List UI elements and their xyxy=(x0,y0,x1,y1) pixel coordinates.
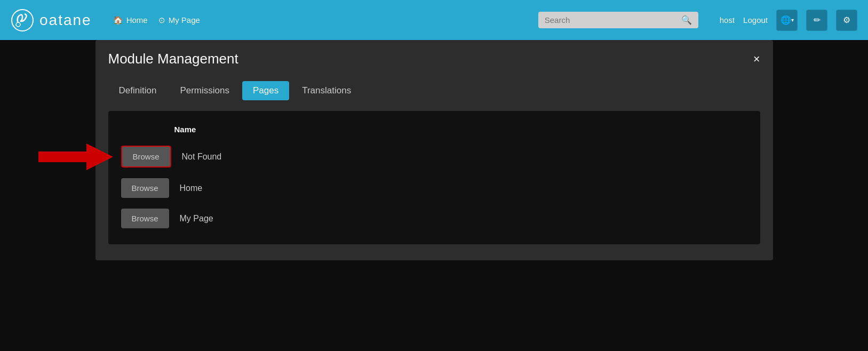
navbar: oatane 🏠 Home ⊙ My Page 🔍 host Logout 🌐 … xyxy=(0,0,868,40)
gear-icon: ⚙ xyxy=(843,15,850,25)
home-icon: 🏠 xyxy=(113,15,123,25)
logout-link[interactable]: Logout xyxy=(743,15,768,25)
pages-table: Name Browse Not Found Browse Home xyxy=(108,111,760,244)
globe-button[interactable]: 🌐 ▾ xyxy=(776,10,798,31)
browse-button-home[interactable]: Browse xyxy=(121,178,169,198)
search-input[interactable] xyxy=(545,15,677,25)
svg-point-1 xyxy=(16,22,20,27)
browse-button-mypage[interactable]: Browse xyxy=(121,209,169,228)
modal-header: Module Management × xyxy=(95,40,773,76)
arrow-annotation xyxy=(38,141,113,173)
nav-home[interactable]: 🏠 Home xyxy=(113,15,148,25)
modal-close-button[interactable]: × xyxy=(753,53,760,65)
svg-marker-2 xyxy=(38,143,113,170)
globe-icon: 🌐 xyxy=(781,15,791,25)
tab-permissions[interactable]: Permissions xyxy=(169,81,240,100)
modal-title: Module Management xyxy=(108,51,238,67)
mypage-label: My Page xyxy=(169,15,200,25)
pencil-icon: ✏ xyxy=(814,15,821,25)
table-row: Browse Home xyxy=(121,173,747,203)
modal-tabs: Definition Permissions Pages Translation… xyxy=(95,76,773,111)
home-label: Home xyxy=(126,15,148,25)
background-content: Module Management × Definition Permissio… xyxy=(0,40,868,351)
settings-button[interactable]: ⚙ xyxy=(836,10,857,31)
module-management-modal: Module Management × Definition Permissio… xyxy=(95,40,773,260)
brand: oatane xyxy=(11,9,92,32)
browse-button-not-found[interactable]: Browse xyxy=(121,146,171,167)
row-name-home: Home xyxy=(180,184,203,193)
nav-mypage[interactable]: ⊙ My Page xyxy=(158,15,200,25)
tab-translations[interactable]: Translations xyxy=(291,81,362,100)
row-name-not-found: Not Found xyxy=(182,152,222,162)
brand-name: oatane xyxy=(39,12,92,29)
brand-logo xyxy=(11,9,34,32)
search-box[interactable]: 🔍 xyxy=(538,12,698,28)
tab-definition[interactable]: Definition xyxy=(108,81,168,100)
table-column-header: Name xyxy=(121,122,747,140)
nav-links: 🏠 Home ⊙ My Page xyxy=(113,15,200,25)
username: host xyxy=(720,15,735,25)
modal-overlay: Module Management × Definition Permissio… xyxy=(0,40,868,351)
table-row: Browse My Page xyxy=(121,203,747,234)
table-row: Browse Not Found xyxy=(121,140,747,173)
edit-button[interactable]: ✏ xyxy=(806,10,827,31)
navbar-right: host Logout 🌐 ▾ ✏ ⚙ xyxy=(720,10,857,31)
chevron-down-icon: ▾ xyxy=(791,17,794,23)
mypage-icon: ⊙ xyxy=(158,15,165,25)
tab-pages[interactable]: Pages xyxy=(242,81,289,100)
svg-point-0 xyxy=(12,10,33,31)
search-icon: 🔍 xyxy=(681,15,692,25)
row-name-mypage: My Page xyxy=(180,214,213,224)
